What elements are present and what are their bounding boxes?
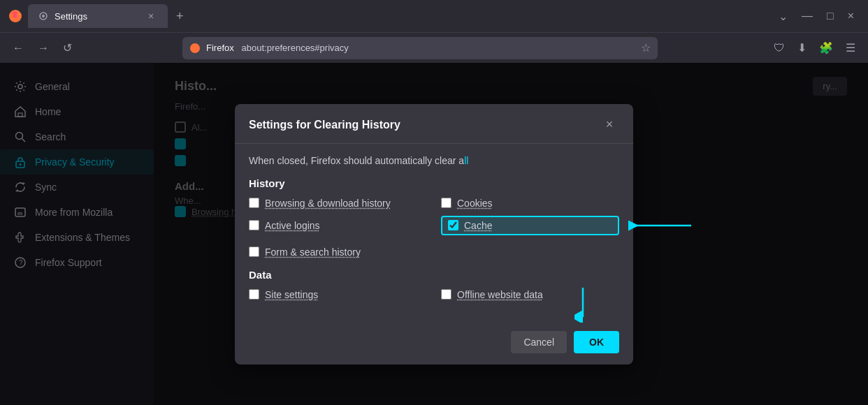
tab-close-button[interactable]: × bbox=[144, 9, 158, 23]
modal-title: Settings for Clearing History bbox=[249, 119, 400, 131]
new-tab-button[interactable]: + bbox=[171, 6, 189, 27]
svg-point-3 bbox=[190, 43, 200, 53]
modal-body: When closed, Firefox should automaticall… bbox=[235, 144, 633, 323]
cookies-label: Cookies bbox=[457, 198, 493, 209]
address-favicon-icon bbox=[189, 43, 201, 54]
refresh-button[interactable]: ↺ bbox=[59, 38, 76, 57]
close-window-button[interactable]: × bbox=[842, 7, 860, 25]
ok-button[interactable]: OK bbox=[574, 331, 619, 353]
form-history-checkbox[interactable] bbox=[249, 246, 259, 257]
bookmark-star-icon[interactable]: ☆ bbox=[641, 41, 651, 54]
tab-list-button[interactable]: ⌄ bbox=[773, 7, 793, 26]
back-button[interactable]: ← bbox=[8, 39, 28, 57]
shield-icon[interactable]: 🛡 bbox=[769, 39, 789, 57]
menu-icon[interactable]: ☰ bbox=[841, 38, 860, 57]
modal-header: Settings for Clearing History × bbox=[235, 104, 633, 144]
forward-button[interactable]: → bbox=[34, 39, 53, 57]
site-settings-checkbox[interactable] bbox=[249, 289, 259, 300]
address-site: Firefox about:preferences#privacy bbox=[206, 43, 635, 53]
browse-history-label: Browsing & download history bbox=[265, 198, 391, 209]
address-url: about:preferences#privacy bbox=[242, 43, 349, 53]
address-site-name: Firefox bbox=[206, 43, 234, 53]
browse-history-checkbox[interactable] bbox=[249, 198, 259, 208]
window-controls: ⌄ — □ × bbox=[773, 7, 860, 26]
cookies-checkbox[interactable] bbox=[441, 198, 451, 208]
active-logins-label: Active logins bbox=[265, 220, 320, 231]
firefox-logo-icon bbox=[8, 9, 22, 23]
maximize-button[interactable]: □ bbox=[821, 7, 839, 25]
checkbox-cache[interactable]: Cache bbox=[441, 216, 619, 235]
cache-arrow-annotation bbox=[625, 217, 702, 234]
history-section-title: History bbox=[249, 177, 619, 189]
cancel-button[interactable]: Cancel bbox=[511, 331, 567, 353]
modal-desc-link[interactable]: ll bbox=[464, 155, 468, 166]
nav-right-icons: 🛡 ⬇ 🧩 ☰ bbox=[769, 38, 860, 57]
browser-chrome: Settings × + ⌄ — □ × ← → ↺ Firefox about… bbox=[0, 0, 868, 63]
down-arrow-annotation bbox=[574, 288, 591, 323]
cache-label: Cache bbox=[464, 220, 492, 231]
nav-bar: ← → ↺ Firefox about:preferences#privacy … bbox=[0, 32, 868, 63]
modal-overlay: Settings for Clearing History × When clo… bbox=[0, 63, 868, 405]
active-logins-checkbox[interactable] bbox=[249, 220, 259, 230]
checkbox-active-logins[interactable]: Active logins bbox=[249, 216, 427, 235]
offline-data-checkbox[interactable] bbox=[441, 289, 451, 300]
checkbox-site-settings[interactable]: Site settings bbox=[249, 289, 427, 300]
modal-footer: Cancel OK bbox=[235, 323, 633, 364]
cache-checkbox[interactable] bbox=[448, 220, 458, 230]
form-history-label: Form & search history bbox=[265, 246, 361, 258]
data-section-title: Data bbox=[249, 269, 619, 281]
address-bar[interactable]: Firefox about:preferences#privacy ☆ bbox=[182, 37, 658, 59]
download-icon[interactable]: ⬇ bbox=[793, 38, 811, 57]
title-bar: Settings × + ⌄ — □ × bbox=[0, 0, 868, 32]
modal-desc-text: When closed, Firefox should automaticall… bbox=[249, 155, 464, 166]
data-checkboxes-grid: Site settings Offline website data bbox=[249, 289, 619, 300]
modal-close-button[interactable]: × bbox=[600, 115, 619, 135]
history-checkboxes-grid: Browsing & download history Cookies Acti… bbox=[249, 198, 619, 235]
checkbox-cookies[interactable]: Cookies bbox=[441, 198, 619, 209]
tab-title: Settings bbox=[55, 11, 87, 22]
minimize-button[interactable]: — bbox=[796, 7, 818, 25]
checkbox-browse-history[interactable]: Browsing & download history bbox=[249, 198, 427, 209]
checkbox-form-history[interactable]: Form & search history bbox=[249, 246, 619, 258]
modal-description: When closed, Firefox should automaticall… bbox=[249, 155, 619, 166]
settings-tab-icon bbox=[38, 10, 49, 22]
offline-data-label: Offline website data bbox=[457, 289, 543, 300]
site-settings-label: Site settings bbox=[265, 289, 318, 300]
clearing-history-modal: Settings for Clearing History × When clo… bbox=[235, 104, 633, 364]
tabs-row: Settings × + bbox=[28, 4, 767, 28]
svg-point-2 bbox=[42, 15, 45, 17]
extensions-icon[interactable]: 🧩 bbox=[815, 38, 837, 57]
checkbox-offline-data[interactable]: Offline website data bbox=[441, 289, 619, 300]
settings-tab[interactable]: Settings × bbox=[28, 4, 168, 28]
